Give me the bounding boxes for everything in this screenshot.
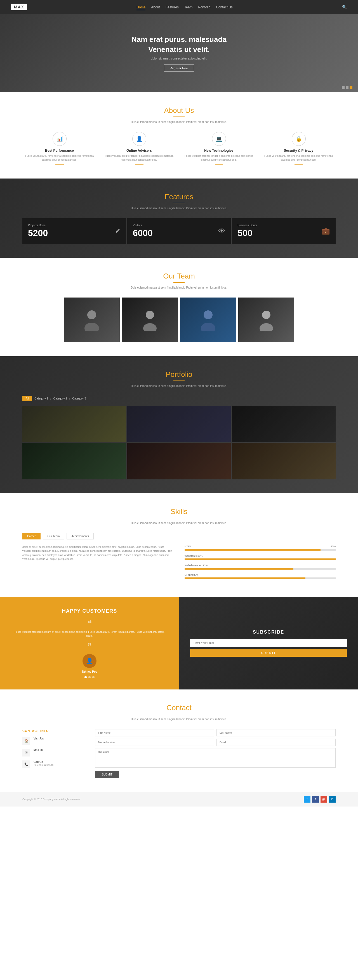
filter-cat2-link[interactable]: Category 2	[53, 397, 67, 400]
site-logo[interactable]: MAX	[11, 4, 27, 10]
advisers-line	[135, 164, 144, 165]
social-linkedin-icon[interactable]: in	[329, 796, 336, 803]
subscribe-area: SUBSCRIBE SUBMIT	[179, 597, 358, 689]
team-member-3	[180, 298, 236, 342]
skill-html: HTML 90%	[185, 545, 336, 550]
customers-title: HAPPY CUSTOMERS	[11, 608, 168, 614]
advisers-text: Fusce volutpat arcu for tender a sapient…	[102, 154, 176, 162]
contact-mail-title: Mail Us	[34, 749, 43, 752]
skills-tab-team[interactable]: Our Team	[43, 533, 65, 539]
filter-cat3-link[interactable]: Category 3	[72, 397, 86, 400]
team-photo-2	[122, 298, 178, 342]
subscribe-button[interactable]: SUBMIT	[190, 649, 347, 657]
mail-icon: ✉	[22, 749, 30, 757]
skill-html-percent: 90%	[331, 545, 336, 548]
nav-contact[interactable]: Contact Us	[216, 5, 232, 9]
skills-description: Duis euismod massa ut sem fringilla blan…	[109, 522, 249, 525]
portfolio-item-5[interactable]	[127, 443, 231, 479]
skills-section: Skills Duis euismod massa ut sem fringil…	[0, 493, 358, 597]
hero-cta-button[interactable]: Register Now	[164, 65, 194, 72]
nav-home[interactable]: Home	[136, 5, 145, 10]
contact-call: 📞 Call Us +01 (0)0 1234546	[22, 760, 84, 768]
stat-projects-value: 5200	[28, 228, 48, 238]
skill-webfront-bar-fill	[185, 558, 336, 560]
svg-point-7	[260, 323, 273, 331]
customer-dot-3[interactable]	[92, 676, 94, 678]
stat-donor-icon: 💼	[322, 227, 330, 235]
hero-dot-1[interactable]	[342, 86, 345, 89]
team-photo-3	[180, 298, 236, 342]
customers-section: HAPPY CUSTOMERS ❝ Fusce volutpat arcu lo…	[0, 597, 358, 689]
contact-section: Contact Duis euismod massa ut sem fringi…	[0, 689, 358, 792]
contact-firstname-input[interactable]	[95, 729, 214, 737]
skill-webdev: Web developed 72%	[185, 564, 336, 570]
portfolio-title: Portfolio	[22, 370, 336, 379]
nav-about[interactable]: About	[151, 5, 160, 9]
portfolio-grid	[22, 406, 336, 479]
social-twitter-icon[interactable]: t	[304, 796, 310, 803]
team-title: Our Team	[22, 272, 336, 280]
customer-dot-2[interactable]	[88, 676, 91, 678]
svg-point-3	[143, 323, 157, 331]
contact-submit-button[interactable]: SUBMIT	[95, 771, 119, 778]
footer: Copyright © 2016 Company name All rights…	[0, 792, 358, 807]
skill-webdev-bar-fill	[185, 568, 293, 570]
portfolio-item-6[interactable]	[232, 443, 336, 479]
contact-content: CONTACT INFO 🏠 Visit Us ✉ Mail Us 📞 Call…	[22, 729, 336, 778]
nav-menu: Home About Features Team Portfolio Conta…	[136, 5, 232, 10]
hero-title: Nam erat purus, malesuada Venenatis ut v…	[131, 34, 227, 55]
portfolio-item-3[interactable]	[232, 406, 336, 442]
skill-uiprint: UI print 80%	[185, 574, 336, 579]
hero-dot-3[interactable]	[350, 86, 352, 89]
svg-point-0	[87, 310, 96, 319]
hero-subtitle: dolor sit amet, consectetur adipiscing e…	[131, 57, 227, 60]
hero-dot-2[interactable]	[346, 86, 348, 89]
stat-donor-value: 500	[237, 228, 257, 238]
search-icon[interactable]: 🔍	[342, 5, 347, 9]
features-title: Features	[22, 192, 336, 201]
about-divider	[173, 116, 185, 117]
social-facebook-icon[interactable]: f	[312, 796, 319, 803]
portfolio-filter: All Category 1 / Category 2 / Category 3	[22, 396, 336, 401]
portfolio-item-4[interactable]	[22, 443, 126, 479]
contact-email-input[interactable]	[216, 739, 336, 746]
subscribe-email-input[interactable]	[190, 639, 347, 647]
svg-point-6	[262, 311, 270, 319]
security-line	[294, 164, 303, 165]
contact-visit-info: Visit Us	[34, 737, 44, 740]
portfolio-item-2[interactable]	[127, 406, 231, 442]
team-member-1	[64, 298, 120, 342]
quote-close-icon: ❞	[88, 642, 92, 651]
filter-cat1-link[interactable]: Category 1	[34, 397, 48, 400]
skill-uiprint-header: UI print 80%	[185, 574, 336, 576]
stat-visitors-value: 6000	[133, 228, 153, 238]
contact-form: SUBMIT	[95, 729, 336, 778]
feature-best-performance: 📊 Best Performance Fusce volutpat arcu f…	[22, 132, 96, 165]
nav-features[interactable]: Features	[166, 5, 179, 9]
portfolio-description: Duis euismod massa ut sem fringilla blan…	[109, 384, 249, 388]
svg-point-4	[204, 310, 213, 319]
stat-visitors-info: Visitors 6000	[133, 224, 153, 238]
performance-line	[55, 164, 64, 165]
svg-point-5	[201, 323, 215, 331]
call-icon: 📞	[22, 760, 30, 768]
stat-visitors-label: Visitors	[133, 224, 153, 227]
nav-team[interactable]: Team	[184, 5, 192, 9]
security-title: Security & Privacy	[262, 149, 336, 153]
skills-tab-achievements[interactable]: Achievements	[67, 533, 94, 539]
contact-lastname-input[interactable]	[216, 729, 336, 737]
customer-dot-1[interactable]	[85, 676, 87, 678]
contact-mobile-input[interactable]	[95, 739, 214, 746]
social-googleplus-icon[interactable]: g+	[321, 796, 327, 803]
contact-message-textarea[interactable]	[95, 748, 336, 768]
about-section: About Us Duis euismod massa ut sem fring…	[0, 92, 358, 178]
skills-text-content: dolor sit amet, consectetur adipiscing e…	[22, 545, 173, 561]
contact-info-title: CONTACT INFO	[22, 729, 84, 732]
filter-all-button[interactable]: All	[22, 396, 32, 401]
contact-visit: 🏠 Visit Us	[22, 737, 84, 745]
advisers-title: Online Advisers	[102, 149, 176, 153]
footer-social: t f g+ in	[304, 796, 336, 803]
nav-portfolio[interactable]: Portfolio	[198, 5, 210, 9]
portfolio-item-1[interactable]	[22, 406, 126, 442]
skills-tab-career[interactable]: Career	[22, 533, 40, 539]
